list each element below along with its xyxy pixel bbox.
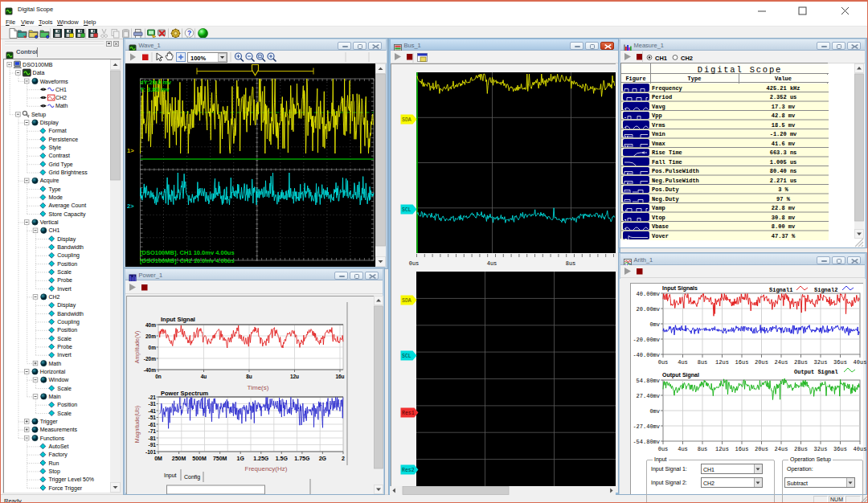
svg-text:250M: 250M — [172, 456, 186, 461]
svg-text:0m: 0m — [149, 345, 157, 350]
svg-text:Output Signal: Output Signal — [794, 369, 838, 375]
svg-text:-27.40mv: -27.40mv — [633, 423, 660, 430]
svg-text:-81: -81 — [149, 436, 157, 441]
svg-text:Format: Format — [49, 128, 67, 133]
svg-text:0us: 0us — [658, 359, 669, 366]
svg-text:Grid Brightness: Grid Brightness — [49, 170, 88, 176]
svg-text:36us: 36us — [833, 359, 847, 366]
svg-text:?: ? — [187, 29, 191, 37]
svg-text:40m: 40m — [145, 322, 156, 328]
svg-text:Bandwidth: Bandwidth — [57, 311, 84, 317]
svg-text:750M: 750M — [213, 456, 227, 461]
svg-text:0mv: 0mv — [649, 408, 660, 415]
svg-text:Input Signal: Input Signal — [161, 316, 195, 323]
svg-text:24us: 24us — [775, 359, 788, 366]
svg-text:-40.00mv: -40.00mv — [633, 352, 660, 358]
svg-text:Invert: Invert — [57, 352, 72, 358]
svg-text:Math: Math — [49, 361, 62, 366]
svg-text:Contrast: Contrast — [49, 153, 71, 158]
svg-text:0M: 0M — [154, 456, 162, 461]
svg-text:27.40mv: 27.40mv — [637, 393, 660, 399]
svg-text:1>: 1> — [127, 147, 134, 154]
svg-text:Amplitude(V): Amplitude(V) — [134, 331, 141, 363]
svg-text:Probe: Probe — [57, 277, 72, 283]
svg-text:0mv: 0mv — [649, 321, 660, 328]
svg-text:1.5G: 1.5G — [276, 456, 289, 461]
svg-text:Scale: Scale — [57, 269, 72, 275]
svg-text:16us: 16us — [735, 359, 749, 366]
svg-text:Input: Input — [164, 472, 177, 479]
svg-text:12us: 12us — [715, 359, 729, 366]
svg-text:2: 2 — [342, 456, 345, 461]
svg-text:24us: 24us — [775, 446, 788, 452]
svg-text:SDA: SDA — [402, 298, 411, 304]
svg-text:4us: 4us — [678, 359, 688, 366]
svg-text:Store Capacity: Store Capacity — [49, 211, 86, 218]
svg-text:40.00mv: 40.00mv — [637, 291, 660, 297]
svg-text:Res2: Res2 — [402, 468, 415, 473]
svg-text:20.00mv: 20.00mv — [637, 306, 660, 313]
svg-text:Magnitude(Ub): Magnitude(Ub) — [134, 406, 141, 443]
svg-text:28us: 28us — [794, 359, 808, 366]
svg-text:Type: Type — [49, 186, 61, 193]
svg-text:Signal1: Signal1 — [769, 287, 792, 293]
svg-text:20us: 20us — [755, 446, 768, 452]
svg-text:-91: -91 — [149, 442, 157, 448]
svg-text:500M: 500M — [192, 456, 207, 461]
svg-text:CH2: CH2 — [49, 294, 60, 300]
svg-text:Scale: Scale — [57, 411, 72, 416]
svg-text:Grid Type: Grid Type — [49, 162, 73, 168]
svg-text:Math: Math — [55, 103, 68, 108]
svg-text:Invert: Invert — [57, 286, 72, 292]
svg-text:Config: Config — [184, 474, 200, 481]
svg-text:Style: Style — [49, 145, 62, 151]
svg-text:Main: Main — [49, 394, 61, 399]
svg-text:12us: 12us — [715, 446, 729, 452]
svg-text:CH2: CH2 — [681, 55, 693, 62]
svg-text:CH1: CH1 — [655, 55, 667, 62]
svg-text:2G: 2G — [319, 456, 327, 461]
svg-text:Position: Position — [57, 261, 77, 267]
svg-text:Signal2: Signal2 — [814, 287, 837, 293]
svg-text:4u: 4u — [201, 374, 207, 379]
svg-text:Time(s): Time(s) — [248, 384, 269, 391]
svg-text:CH1: CH1 — [55, 87, 67, 92]
svg-text:1G: 1G — [237, 456, 245, 461]
svg-text:Window: Window — [49, 377, 70, 382]
svg-text:40us: 40us — [854, 446, 867, 452]
svg-text:Coupling: Coupling — [57, 252, 80, 259]
svg-text:-61: -61 — [149, 422, 157, 427]
svg-text:-51: -51 — [149, 415, 157, 420]
svg-text:4us: 4us — [487, 260, 497, 267]
svg-text:CH2: CH2 — [55, 95, 67, 100]
svg-text:-71: -71 — [149, 428, 157, 434]
svg-text:Setup: Setup — [31, 112, 46, 118]
svg-text:16us: 16us — [735, 446, 749, 452]
svg-text:-20.00mv: -20.00mv — [633, 337, 660, 343]
svg-text:Res1: Res1 — [402, 411, 415, 416]
svg-text:20us: 20us — [755, 359, 768, 366]
svg-text:Power Spectrum: Power Spectrum — [161, 390, 209, 397]
svg-text:Coupling: Coupling — [57, 319, 80, 325]
svg-text:AutoSet: AutoSet — [49, 444, 69, 449]
svg-text:Waveforms: Waveforms — [40, 79, 69, 84]
svg-text:Force Trigger: Force Trigger — [49, 485, 83, 492]
svg-text:Output Signal: Output Signal — [662, 372, 699, 378]
svg-text:CH1: CH1 — [49, 227, 60, 233]
svg-text:0us: 0us — [409, 260, 420, 267]
svg-text:[DSO100MB]. CH2 10.0mv 4.00us: [DSO100MB]. CH2 10.0mv 4.00us — [140, 257, 235, 264]
svg-text:8us: 8us — [698, 359, 708, 366]
svg-text:Functions: Functions — [40, 436, 65, 441]
svg-text:SDA: SDA — [402, 117, 411, 123]
svg-text:-101: -101 — [145, 449, 156, 455]
svg-text:Data: Data — [33, 70, 45, 76]
svg-text:Acquire: Acquire — [40, 178, 59, 184]
svg-text:Y: 3.80 mv: Y: 3.80 mv — [140, 86, 170, 93]
svg-text:Position: Position — [57, 327, 77, 333]
svg-text:-31: -31 — [149, 401, 157, 407]
svg-text:16u: 16u — [335, 374, 344, 379]
svg-text:Input Signals: Input Signals — [662, 285, 698, 292]
svg-text:8us: 8us — [566, 260, 576, 267]
svg-text:54.80mv: 54.80mv — [637, 378, 660, 384]
svg-text:Vertical: Vertical — [40, 219, 59, 225]
